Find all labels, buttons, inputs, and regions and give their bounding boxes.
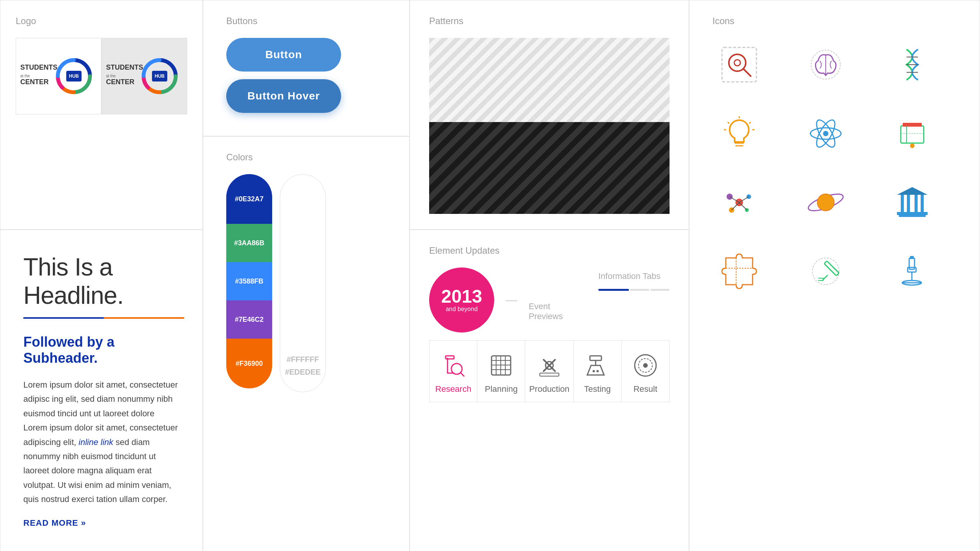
color-swatch-green: #3AA86B: [226, 224, 272, 262]
svg-rect-53: [915, 195, 918, 212]
icon-monument: [885, 176, 939, 229]
research-icon: [440, 352, 467, 379]
buttons-label: Buttons: [226, 16, 386, 26]
logo-gray-bg: HUB STUDENTS at the CENTER: [101, 38, 187, 114]
icon-puzzle: [712, 245, 766, 298]
svg-line-14: [743, 69, 751, 76]
svg-line-44: [732, 202, 739, 210]
svg-line-24: [728, 122, 729, 124]
svg-rect-81: [540, 373, 559, 376]
icons-grid: [712, 38, 957, 298]
tab-research[interactable]: Research: [430, 341, 477, 402]
svg-point-35: [910, 143, 915, 148]
color-swatch-blue: #0E32A7: [226, 174, 272, 224]
svg-text:HUB: HUB: [155, 73, 165, 79]
logo-svg-white: HUB STUDENTS at the CENTER: [16, 53, 101, 99]
svg-rect-32: [901, 126, 924, 143]
elements-section: Element Updates 2013 and beyond — Event …: [410, 230, 689, 551]
svg-text:at the: at the: [106, 74, 116, 78]
year-badge: 2013 and beyond: [429, 267, 494, 333]
svg-rect-68: [446, 356, 454, 359]
logo-white-bg: HUB STUDENTS at the CENTER: [16, 38, 101, 114]
logo-label: Logo: [16, 16, 187, 26]
svg-point-88: [643, 363, 648, 368]
svg-line-70: [461, 373, 464, 376]
svg-rect-50: [897, 212, 928, 215]
event-label: Event Previews: [529, 279, 579, 321]
icons-label: Icons: [712, 16, 957, 26]
production-icon: [536, 352, 563, 379]
svg-rect-51: [901, 195, 904, 212]
svg-text:HUB: HUB: [69, 73, 79, 79]
inline-link[interactable]: inline link: [78, 437, 113, 447]
logo-display: HUB STUDENTS at the CENTER: [16, 38, 187, 114]
testing-icon: [584, 352, 611, 379]
typography-section: This Is a Headline. Followed by a Subhea…: [0, 230, 203, 551]
button-normal[interactable]: Button: [226, 38, 341, 72]
pattern-light: [429, 38, 670, 122]
icon-books: [885, 107, 939, 160]
icon-molecules: [712, 176, 766, 229]
color-swatch-orange: #F36900: [226, 339, 272, 388]
logo-section: Logo: [0, 0, 203, 230]
subheader: Followed by a Subheader.: [23, 334, 180, 366]
svg-point-85: [596, 370, 599, 372]
svg-rect-54: [921, 195, 924, 212]
result-icon: [632, 352, 659, 379]
color-swatch-purple: #7E46C2: [226, 300, 272, 339]
patterns-section: Patterns: [410, 0, 689, 230]
tab-icons-row: Research Planning: [429, 340, 670, 402]
svg-text:STUDENTS: STUDENTS: [106, 64, 143, 71]
svg-rect-52: [907, 195, 910, 212]
icon-brain: [799, 38, 853, 91]
tab-indicator: [598, 289, 670, 291]
info-tabs-label: Information Tabs: [598, 271, 670, 281]
pattern-dark: [429, 122, 670, 214]
icons-section: Icons: [689, 0, 980, 551]
colors-label: Colors: [226, 152, 386, 163]
color-white-pill: #FFFFFF #EDEDEE: [280, 174, 326, 392]
button-hover[interactable]: Button Hover: [226, 79, 341, 113]
colors-section: Colors #0E32A7 #3AA86B #3588FB #7E46C2 #…: [203, 136, 410, 551]
elements-label: Element Updates: [429, 245, 670, 256]
svg-line-25: [749, 122, 751, 124]
svg-rect-82: [590, 356, 601, 360]
planning-icon: [488, 352, 514, 379]
info-tabs-container: Information Tabs: [598, 267, 670, 297]
color-swatch-lightblue: #3588FB: [226, 262, 272, 300]
icon-dna: [885, 38, 939, 91]
patterns-label: Patterns: [429, 16, 670, 26]
color-pills: #0E32A7 #3AA86B #3588FB #7E46C2 #F36900: [226, 174, 272, 388]
svg-rect-64: [910, 256, 914, 259]
icon-search: [712, 38, 766, 91]
icon-atom: [799, 107, 853, 160]
headline: This Is a Headline.: [23, 253, 180, 310]
svg-text:at the: at the: [20, 74, 30, 78]
buttons-section: Buttons Button Button Hover: [203, 0, 410, 136]
svg-text:CENTER: CENTER: [20, 78, 49, 86]
icon-syringe: [799, 245, 853, 298]
svg-text:CENTER: CENTER: [106, 78, 134, 86]
icon-planet: [799, 176, 853, 229]
headline-underline: [23, 317, 184, 319]
svg-rect-33: [903, 123, 922, 127]
svg-line-45: [739, 202, 747, 210]
event-preview-row: 2013 and beyond — Event Previews: [429, 267, 579, 333]
icon-microscope: [885, 245, 939, 298]
colors-row: #0E32A7 #3AA86B #3588FB #7E46C2 #F36900 …: [226, 174, 386, 392]
body-text: Lorem ipsum dolor sit amet, consectetuer…: [23, 378, 180, 507]
tab-result[interactable]: Result: [622, 341, 669, 402]
icon-lightbulb: [712, 107, 766, 160]
elements-inner: 2013 and beyond — Event Previews Informa…: [429, 267, 670, 333]
tab-production[interactable]: Production: [525, 341, 573, 402]
svg-text:STUDENTS: STUDENTS: [20, 64, 57, 71]
svg-point-84: [593, 370, 595, 372]
tab-testing[interactable]: Testing: [574, 341, 622, 402]
svg-point-15: [734, 60, 740, 66]
svg-rect-58: [824, 261, 839, 276]
svg-point-31: [823, 131, 828, 136]
tab-planning[interactable]: Planning: [477, 341, 525, 402]
logo-svg-gray: HUB STUDENTS at the CENTER: [102, 53, 186, 99]
read-more-link[interactable]: READ MORE »: [23, 518, 86, 528]
